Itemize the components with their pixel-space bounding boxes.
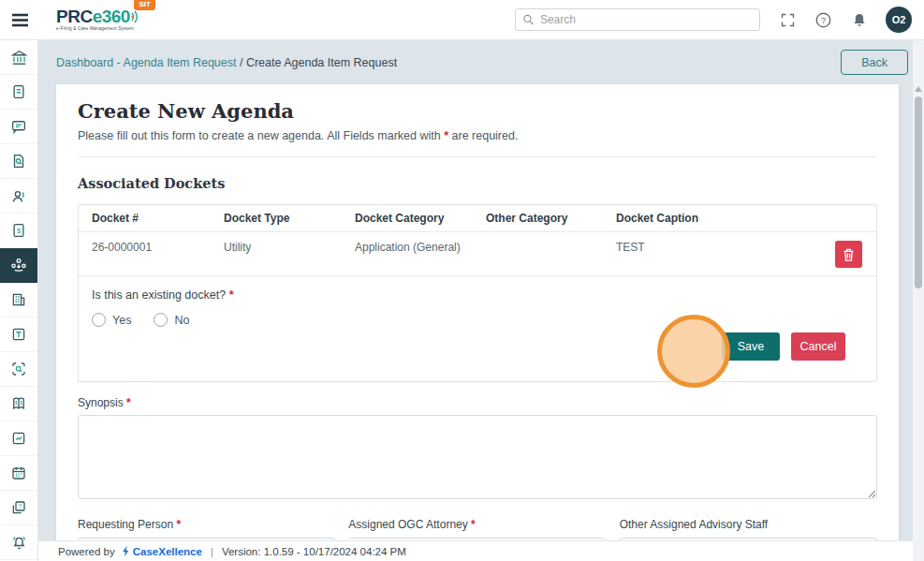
synopsis-label: Synopsis * [78,396,877,409]
radio-group: Yes No [92,313,863,327]
svg-text:?: ? [821,15,826,24]
sidebar-item-documents[interactable] [0,75,37,110]
col-header-docket-type: Docket Type [224,212,355,225]
required-star: * [126,396,131,409]
sidebar-item-billing[interactable]: $ [0,214,37,248]
environment-badge: SIT [134,0,154,10]
bank-icon [10,49,28,66]
app-logo[interactable]: PRCe360 e-Filing & Case Management Syste… [56,7,139,32]
logo-tagline: e-Filing & Case Management System [56,27,139,32]
delete-row-button[interactable] [835,241,862,268]
label-text: Requesting Person [78,518,173,531]
sidebar-item-reports[interactable] [0,421,37,456]
radio-option-yes[interactable]: Yes [92,313,131,327]
requesting-person-label: Requesting Person * [78,518,335,531]
other-advisory-staff-label: Other Assigned Advisory Staff [620,518,877,531]
sidebar-item-institution[interactable] [0,40,37,75]
sidebar-item-agenda[interactable] [0,248,37,283]
invoice-icon: $ [10,222,27,239]
cell-docket-no: 26-0000001 [92,241,224,260]
footer-separator: | [211,546,213,557]
breadcrumb-current: Create Agenda Item Request [246,56,397,69]
radio-option-no[interactable]: No [154,313,189,327]
radio-yes[interactable] [92,313,106,327]
casexellence-icon [121,545,130,557]
chat-icon [10,118,27,135]
synopsis-textarea[interactable] [78,415,877,499]
col-header-docket-category: Docket Category [355,212,486,225]
save-button[interactable]: Save [722,332,780,361]
file-search-icon [10,153,27,170]
search-icon [522,13,535,26]
sidebar-item-tasks[interactable] [0,317,37,352]
required-star: * [229,288,234,302]
scrollbar-track[interactable] [913,40,924,561]
radio-no[interactable] [154,313,168,327]
avatar[interactable]: O2 [886,7,912,33]
sidebar-item-parties[interactable] [0,179,37,214]
sidebar-item-ledger[interactable] [0,387,37,421]
cell-other-category [486,241,616,260]
action-row: Save Cancel [92,327,863,371]
ledger-icon [10,395,27,412]
label-text: Other Assigned Advisory Staff [620,518,769,531]
divider [78,156,877,157]
sidebar-nav: $ ? [0,40,38,561]
logo-signal-icon [131,9,139,24]
bell-icon[interactable] [852,12,867,28]
scrollbar-up-arrow[interactable] [915,86,922,92]
sidebar-item-calendar[interactable] [0,456,37,491]
cell-docket-caption: TEST [616,241,863,260]
main-content: Dashboard - Agenda Item Request / Create… [38,40,913,561]
radio-no-label: No [174,314,189,327]
casexellence-brand[interactable]: CaseXellence [133,546,202,557]
cell-docket-category: Application (General) [355,241,486,260]
sidebar-item-notifications[interactable] [0,525,37,560]
trash-icon [843,248,855,261]
version-text: Version: 1.0.59 - 10/17/2024 04:24 PM [222,546,406,557]
col-header-docket-no: Docket # [92,212,224,225]
back-button[interactable]: Back [841,50,908,75]
cell-docket-type: Utility [224,241,355,260]
scrollbar-thumb[interactable] [915,96,922,288]
radio-yes-label: Yes [112,314,131,327]
logo-text-digit: 0 [121,7,130,25]
calendar-icon [10,465,27,481]
help-icon[interactable]: ? [815,12,831,28]
users-icon [10,187,28,205]
hamburger-icon[interactable] [0,13,39,27]
fullscreen-icon[interactable] [781,13,795,27]
subtitle-prefix: Please fill out this form to create a ne… [78,129,444,142]
svg-text:$: $ [17,227,22,235]
form-card: Create New Agenda Please fill out this f… [56,84,899,561]
cancel-button[interactable]: Cancel [791,332,845,361]
svg-text:?: ? [19,503,22,509]
logo-text-accent: e36 [93,7,121,25]
question-text: Is this an existing docket? [92,288,226,302]
col-header-other-category: Other Category [486,212,616,225]
existing-docket-question: Is this an existing docket? * [92,288,863,302]
sidebar-item-help[interactable]: ? [0,491,37,525]
subtitle-suffix: are required. [448,129,518,142]
sidebar-item-inspection[interactable] [0,352,37,387]
search-box[interactable] [515,8,760,31]
top-bar: PRCe360 e-Filing & Case Management Syste… [0,0,924,40]
logo-text-primary: PRC [56,7,93,25]
sidebar-item-case-search[interactable] [0,144,37,179]
committee-icon [9,256,28,274]
table-header-row: Docket # Docket Type Docket Category Oth… [79,205,876,232]
help-doc-icon: ? [10,499,27,516]
label-text: Assigned OGC Attorney [348,518,467,531]
footer: Powered by CaseXellence | Version: 1.0.5… [38,540,913,561]
scan-search-icon [10,361,27,377]
associated-dockets-panel: Docket # Docket Type Docket Category Oth… [78,204,877,382]
existing-docket-section: Is this an existing docket? * Yes No [79,276,876,381]
required-star: * [471,518,476,531]
page-title: Create New Agenda [78,99,877,123]
sidebar-item-messages[interactable] [0,110,37,144]
breadcrumb-link[interactable]: Dashboard - Agenda Item Request [56,56,236,69]
col-header-docket-caption: Docket Caption [616,212,863,225]
search-input[interactable] [540,13,753,26]
sidebar-item-organizations[interactable] [0,283,37,317]
assigned-ogc-attorney-label: Assigned OGC Attorney * [348,518,606,531]
